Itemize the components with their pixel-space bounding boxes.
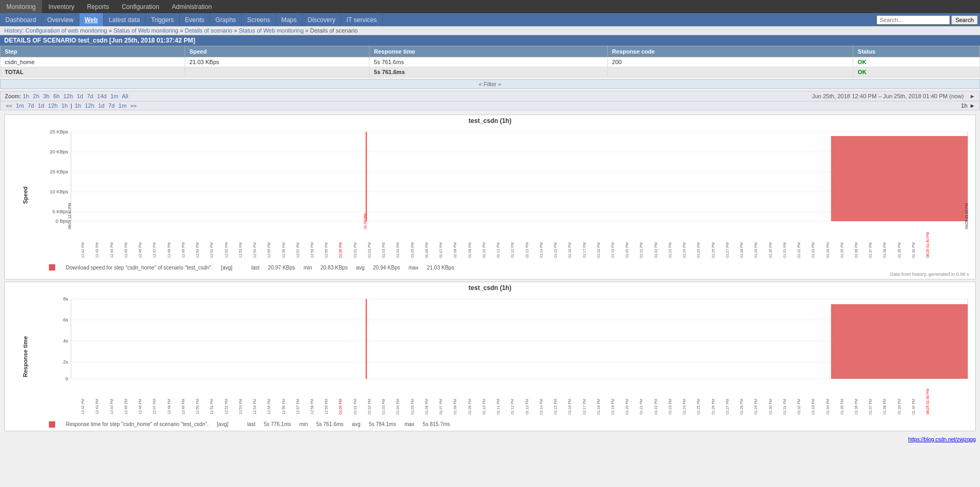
svg-text:12:59 PM: 12:59 PM — [324, 399, 329, 415]
svg-text:12:47 PM: 12:47 PM — [152, 399, 157, 415]
search-area: Search — [876, 13, 980, 26]
svg-text:12:53 PM: 12:53 PM — [239, 242, 243, 258]
nav-graphs[interactable]: Graphs — [210, 13, 242, 26]
svg-text:12:52 PM: 12:52 PM — [224, 399, 228, 415]
zoom-6h[interactable]: 6h — [53, 93, 59, 99]
response-x-axis: 12:40 PM 12:42 PM 12:43 PM 12:44 PM 12:4… — [70, 388, 973, 420]
nav-it-services[interactable]: IT services — [341, 13, 383, 26]
nav-next-1h[interactable]: 1h — [75, 102, 81, 109]
nav-latest-data[interactable]: Latest data — [104, 13, 146, 26]
svg-rect-14 — [831, 136, 968, 221]
response-legend-avg-val: 5s 784.1ms — [369, 421, 396, 427]
nav-web[interactable]: Web — [79, 13, 104, 26]
nav-screens[interactable]: Screens — [242, 13, 276, 26]
svg-text:01:26 PM: 01:26 PM — [711, 399, 716, 415]
nav-discovery[interactable]: Discovery — [302, 13, 341, 26]
svg-text:0: 0 — [66, 377, 68, 382]
search-button[interactable]: Search — [951, 15, 978, 25]
nav-next-all[interactable]: »» — [130, 102, 137, 109]
zoom-14d[interactable]: 14d — [97, 93, 107, 99]
zoom-2h[interactable]: 2h — [33, 93, 39, 99]
svg-text:01:34 PM: 01:34 PM — [825, 399, 830, 415]
legend-last-val: 20.97 KBps — [268, 265, 295, 271]
svg-text:01:23 PM: 01:23 PM — [668, 399, 672, 415]
nav-prev-1m[interactable]: 1m — [16, 102, 24, 109]
nav-monitoring[interactable]: Monitoring — [0, 0, 42, 13]
nav-inventory[interactable]: Inventory — [42, 0, 80, 13]
svg-text:01:14 PM: 01:14 PM — [539, 399, 544, 415]
nav-prev-7d[interactable]: 7d — [28, 102, 34, 109]
svg-rect-92 — [831, 304, 968, 379]
filter-bar[interactable]: « Filter » — [0, 79, 980, 89]
page-title: DETAILS OF SCENARIO test_csdn [Jun 25th,… — [4, 37, 195, 44]
breadcrumb-details1[interactable]: Details of scenario — [185, 27, 232, 34]
zoom-all[interactable]: All — [122, 93, 128, 99]
nav-scroll-icon[interactable]: ► — [969, 102, 975, 109]
svg-text:15 KBps: 15 KBps — [49, 169, 68, 174]
zoom-label: Zoom: — [5, 93, 21, 99]
response-legend-avg-label: [avg] — [217, 421, 229, 427]
nav-prev-all[interactable]: «« — [6, 102, 12, 109]
response-legend-text: Response time for step "csdn_home" of sc… — [66, 421, 209, 427]
breadcrumb-history[interactable]: History: Configuration of web monitoring — [4, 27, 107, 34]
nav-administration[interactable]: Administration — [166, 0, 218, 13]
svg-text:12:40 PM: 12:40 PM — [70, 399, 71, 415]
nav-row: «« 1m 7d 1d 12h 1h | 1h 12h 1d 7d 1m »» … — [0, 101, 980, 110]
svg-text:01:13 PM: 01:13 PM — [525, 399, 529, 415]
zoom-links: Zoom: 1h 2h 3h 6h 12h 1d 7d 14d 1m All — [5, 93, 130, 99]
svg-text:25 KBps: 25 KBps — [49, 129, 68, 134]
svg-text:12:50 PM: 12:50 PM — [196, 399, 200, 415]
nav-next-1m[interactable]: 1m — [118, 102, 126, 109]
footer-link[interactable]: https://blog.csdn.net/zwjzqqg — [908, 437, 976, 442]
svg-text:01:00 PM: 01:00 PM — [339, 399, 343, 415]
zoom-12h[interactable]: 12h — [64, 93, 73, 99]
nav-configuration[interactable]: Configuration — [115, 0, 165, 13]
search-input[interactable] — [876, 15, 950, 25]
svg-text:01:28 PM: 01:28 PM — [740, 399, 744, 415]
svg-text:12:43 PM: 12:43 PM — [95, 399, 99, 415]
svg-text:01:35 PM: 01:35 PM — [840, 399, 844, 415]
svg-text:06/25 01:40 PM: 06/25 01:40 PM — [964, 203, 968, 229]
svg-text:01:02 PM: 01:02 PM — [368, 242, 372, 258]
nav-overview[interactable]: Overview — [42, 13, 79, 26]
nav-dashboard[interactable]: Dashboard — [0, 13, 42, 26]
breadcrumb-details2: Details of scenario — [310, 27, 358, 34]
svg-text:01:09 PM: 01:09 PM — [467, 242, 472, 258]
svg-text:01:35 PM: 01:35 PM — [840, 242, 844, 258]
nav-prev-1d[interactable]: 1d — [38, 102, 44, 109]
svg-text:12:57 PM: 12:57 PM — [296, 399, 300, 415]
breadcrumb-status1[interactable]: Status of Web monitoring — [114, 27, 178, 34]
page-header: DETAILS OF SCENARIO test_csdn [Jun 25th,… — [0, 35, 980, 46]
nav-prev-1h[interactable]: 1h — [62, 102, 68, 109]
svg-text:01:09 PM: 01:09 PM — [467, 399, 472, 415]
top-navigation: Monitoring Inventory Reports Configurati… — [0, 0, 980, 13]
zoom-3h[interactable]: 3h — [43, 93, 49, 99]
legend-max-val: 21.03 KBps — [427, 265, 454, 271]
nav-next-1d[interactable]: 1d — [98, 102, 105, 109]
scroll-right-icon[interactable]: ► — [969, 93, 975, 99]
breadcrumb-status2[interactable]: Status of Web monitoring — [239, 27, 303, 34]
svg-text:12:53 PM: 12:53 PM — [239, 399, 243, 415]
svg-text:01:05 PM: 01:05 PM — [411, 242, 415, 258]
nav-triggers[interactable]: Triggers — [146, 13, 180, 26]
nav-events[interactable]: Events — [180, 13, 210, 26]
svg-text:01:14 PM: 01:14 PM — [539, 242, 544, 258]
nav-maps[interactable]: Maps — [276, 13, 302, 26]
zoom-1h[interactable]: 1h — [23, 93, 29, 99]
nav-next-7d[interactable]: 7d — [108, 102, 115, 109]
zoom-7d[interactable]: 7d — [87, 93, 93, 99]
svg-text:01:40 PM: 01:40 PM — [912, 399, 916, 415]
svg-text:01:20 PM: 01:20 PM — [625, 242, 629, 258]
col-speed: Speed — [185, 46, 370, 57]
speed-data-note: Data from history, generated in 0.06 s — [7, 272, 973, 277]
speed-chart-inner: 25 KBps 20 KBps 15 KBps 10 KBps 5 KBps 0… — [44, 127, 973, 263]
nav-prev-12h[interactable]: 12h — [48, 102, 57, 109]
speed-chart-svg: 25 KBps 20 KBps 15 KBps 10 KBps 5 KBps 0… — [44, 127, 973, 232]
zoom-1d[interactable]: 1d — [77, 93, 83, 99]
nav-reports[interactable]: Reports — [80, 0, 115, 13]
svg-text:01:32 PM: 01:32 PM — [797, 242, 801, 258]
zoom-1m[interactable]: 1m — [110, 93, 118, 99]
nav-next-12h[interactable]: 12h — [85, 102, 94, 109]
svg-text:01:20 PM: 01:20 PM — [625, 399, 629, 415]
svg-text:01:31 PM: 01:31 PM — [783, 242, 787, 258]
